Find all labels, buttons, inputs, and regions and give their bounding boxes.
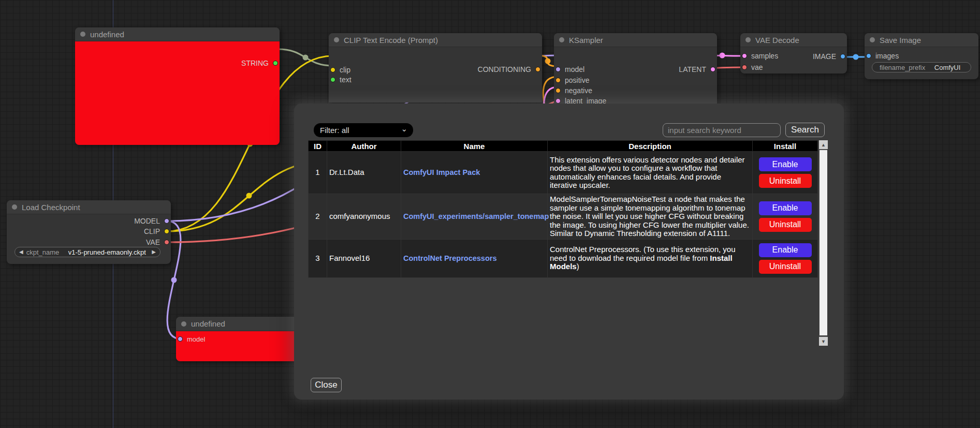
widget-value: v1-5-pruned-emaonly.ckpt	[62, 248, 152, 256]
output-slot-latent: LATENT	[679, 64, 717, 75]
next-arrow-icon[interactable]: ▶	[152, 249, 156, 255]
node-load-checkpoint[interactable]: Load Checkpoint MODEL CLIP VAE ◀ ckpt_na…	[7, 200, 171, 264]
latent-output-dot[interactable]	[710, 67, 715, 72]
model-output-dot[interactable]	[164, 218, 169, 224]
input-slot-vae: vae	[740, 62, 763, 72]
node-title: undefined	[191, 319, 225, 328]
cell-description: ModelSamplerTonemapNoiseTest a node that…	[548, 194, 753, 240]
node-title: undefined	[90, 30, 124, 39]
input-slot-model: model	[176, 334, 205, 344]
slot-label: MODEL	[134, 217, 160, 225]
output-slot-clip: CLIP	[144, 226, 171, 237]
conditioning-output-dot[interactable]	[535, 67, 540, 72]
input-slot-model: model	[554, 64, 584, 75]
output-slot-conditioning: CONDITIONING	[478, 64, 542, 75]
cell-name: ControlNet Preprocessors	[401, 239, 548, 277]
input-slot-samples: samples	[740, 51, 778, 61]
node-title: KSampler	[569, 36, 603, 45]
vae-output-dot[interactable]	[164, 240, 169, 245]
filename-prefix-widget[interactable]: filename_prefix ComfyUI	[872, 62, 971, 72]
clip-input-dot[interactable]	[330, 67, 335, 72]
cell-author: Fannovel16	[327, 239, 401, 277]
output-slot-image: IMAGE	[813, 51, 847, 62]
description-text: ModelSamplerTonemapNoiseTest a node that…	[550, 195, 749, 238]
cell-install: EnableUninstall	[753, 152, 818, 194]
node-undefined-string[interactable]: undefined STRING	[75, 27, 280, 145]
scrollbar-thumb[interactable]	[820, 150, 827, 335]
node-save-image[interactable]: Save Image images filename_prefix ComfyU…	[865, 33, 978, 79]
column-header-author: Author	[327, 141, 401, 152]
scroll-up-arrow[interactable]: ▲	[819, 140, 828, 149]
column-header-install: Install	[753, 141, 818, 152]
enable-button[interactable]: Enable	[759, 201, 812, 215]
input-slot-text: text	[329, 75, 352, 85]
text-input-dot[interactable]	[330, 77, 335, 82]
positive-input-dot[interactable]	[555, 78, 561, 83]
widget-value: ComfyUI	[928, 64, 967, 71]
cell-description: This extension offers various detector n…	[548, 152, 753, 194]
string-output-dot[interactable]	[273, 61, 278, 66]
extension-name-link[interactable]: ComfyUI Impact Pack	[403, 168, 480, 176]
ckpt-name-widget[interactable]: ◀ ckpt_name v1-5-pruned-emaonly.ckpt ▶	[14, 247, 160, 257]
input-slot-images: images	[865, 51, 899, 61]
input-slot-negative: negative	[554, 85, 592, 96]
node-clip-text-encode[interactable]: CLIP Text Encode (Prompt) clip text COND…	[329, 33, 542, 102]
filter-dropdown-wrap: Filter: all ⌄	[314, 123, 413, 137]
negative-input-dot[interactable]	[555, 88, 561, 93]
model-input-dot[interactable]	[555, 67, 561, 72]
column-header-id: ID	[309, 141, 327, 152]
node-ksampler[interactable]: KSampler model positive negative latent_…	[554, 33, 717, 108]
filter-select[interactable]: Filter: all	[314, 123, 413, 137]
cell-install: EnableUninstall	[753, 239, 818, 277]
images-input-dot[interactable]	[866, 53, 871, 58]
uninstall-button[interactable]: Uninstall	[759, 174, 812, 188]
slot-label: IMAGE	[813, 52, 836, 61]
cell-author: Dr.Lt.Data	[327, 152, 401, 194]
enable-button[interactable]: Enable	[759, 243, 812, 257]
node-title: Load Checkpoint	[22, 203, 80, 212]
model-input-dot[interactable]	[178, 336, 183, 342]
node-status-dot	[80, 32, 85, 37]
cell-id: 1	[309, 152, 327, 194]
node-status-dot	[181, 321, 186, 327]
node-title: Save Image	[880, 36, 921, 45]
vertical-scrollbar[interactable]: ▲ ▼	[819, 140, 827, 346]
slot-label: CONDITIONING	[478, 65, 531, 73]
extension-row: 2comfyanonymousComfyUI_experiments/sampl…	[309, 194, 818, 240]
image-output-dot[interactable]	[840, 54, 845, 59]
node-status-dot	[870, 37, 875, 42]
cell-author: comfyanonymous	[327, 194, 401, 240]
node-vae-decode[interactable]: VAE Decode samples vae IMAGE	[740, 33, 847, 73]
cell-id: 3	[309, 239, 327, 277]
search-button[interactable]: Search	[785, 123, 825, 137]
description-text: This extension offers various detector n…	[550, 155, 745, 190]
enable-button[interactable]: Enable	[759, 157, 812, 171]
slot-label: images	[875, 52, 899, 60]
column-header-name: Name	[401, 141, 548, 152]
prev-arrow-icon[interactable]: ◀	[19, 249, 23, 255]
extension-grid: IDAuthorNameDescriptionInstall 1Dr.Lt.Da…	[308, 140, 827, 346]
slot-label: model	[565, 65, 584, 73]
close-button[interactable]: Close	[311, 378, 342, 392]
samples-input-dot[interactable]	[742, 53, 747, 58]
uninstall-button[interactable]: Uninstall	[759, 218, 812, 232]
node-undefined-model[interactable]: undefined model	[176, 317, 305, 361]
latent-image-input-dot[interactable]	[555, 98, 561, 104]
vae-input-dot[interactable]	[742, 65, 747, 70]
uninstall-button[interactable]: Uninstall	[759, 260, 812, 274]
slot-label: clip	[340, 66, 350, 74]
slot-label: positive	[565, 76, 589, 84]
clip-output-dot[interactable]	[164, 229, 169, 234]
slot-label: model	[187, 335, 205, 343]
extension-name-link[interactable]: ComfyUI_experiments/sampler_tonemap	[403, 212, 549, 220]
description-text: )	[577, 262, 579, 271]
extension-name-link[interactable]: ControlNet Preprocessors	[403, 254, 497, 262]
search-input[interactable]	[663, 123, 781, 137]
cell-id: 2	[309, 194, 327, 240]
widget-label: filename_prefix	[880, 64, 925, 71]
node-status-dot	[12, 204, 17, 210]
slot-label: STRING	[241, 59, 269, 67]
slot-label: text	[340, 76, 352, 84]
table-header-row: IDAuthorNameDescriptionInstall	[309, 141, 818, 152]
scroll-down-arrow[interactable]: ▼	[819, 337, 828, 346]
